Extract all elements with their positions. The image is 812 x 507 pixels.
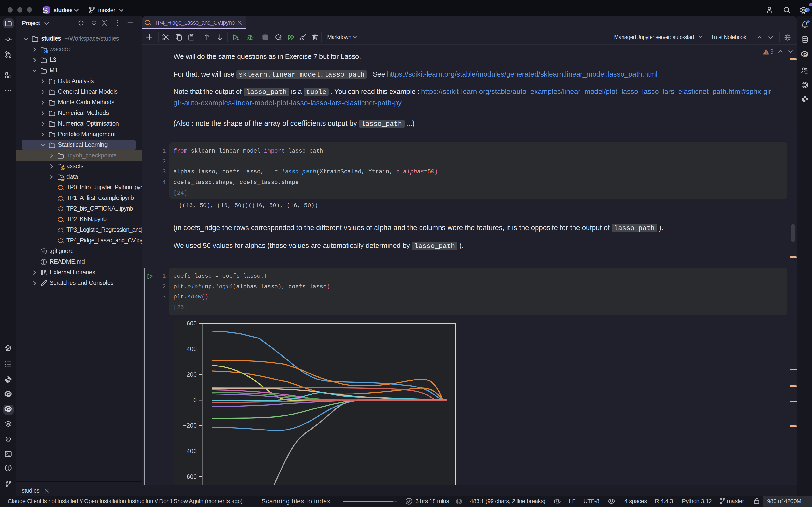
svg-text:400: 400 [187,345,197,352]
svg-text:R: R [6,407,10,413]
svg-text:0: 0 [193,397,197,403]
svg-text:−400: −400 [183,448,197,454]
svg-text:−600: −600 [183,473,197,480]
svg-text:R: R [803,52,807,58]
svg-text:600: 600 [187,320,197,327]
svg-text:200: 200 [187,371,197,378]
svg-text:−200: −200 [183,422,197,429]
svg-text:R: R [6,392,10,398]
